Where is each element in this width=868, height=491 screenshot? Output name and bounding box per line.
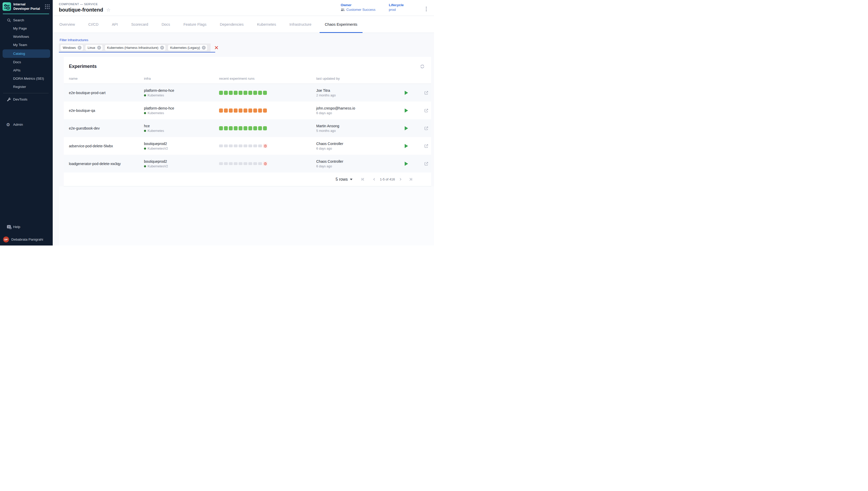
run-status-square bbox=[243, 144, 247, 147]
run-experiment-button[interactable] bbox=[405, 109, 408, 113]
lifecycle-block: Lifecycle prod bbox=[389, 3, 404, 16]
sidebar-bottom: ? Help DP Debabrata Panigrahi bbox=[0, 223, 53, 246]
filter-chip-kubernetes-legacy[interactable]: Kubernetes (Legacy) × bbox=[168, 45, 207, 51]
experiment-name: loadgenerator-pod-delete-xw3qy bbox=[69, 162, 144, 166]
run-status-square bbox=[219, 109, 223, 113]
sidebar-item-search[interactable]: Search bbox=[0, 16, 53, 24]
tab-api[interactable]: API bbox=[105, 16, 124, 33]
open-in-new-icon[interactable] bbox=[424, 90, 429, 95]
tab-dependencies[interactable]: Dependencies bbox=[213, 16, 251, 33]
tab-docs[interactable]: Docs bbox=[155, 16, 177, 33]
tab-chaos-experiments[interactable]: Chaos Experiments bbox=[318, 16, 364, 33]
sidebar-item-docs[interactable]: Docs bbox=[0, 58, 53, 66]
open-in-new-icon[interactable] bbox=[424, 144, 429, 148]
first-page-button[interactable] bbox=[361, 177, 365, 181]
pagination: 5 rows 1-5 of 416 bbox=[64, 173, 431, 186]
infra-status-dot bbox=[144, 148, 146, 150]
run-status-square bbox=[243, 109, 247, 113]
sidebar-item-label: APIs bbox=[13, 68, 21, 72]
sidebar-item-label: Workflows bbox=[13, 35, 29, 38]
sidebar-item-workflows[interactable]: Workflows bbox=[0, 33, 53, 41]
clear-filters-icon[interactable]: ✕ bbox=[214, 45, 219, 50]
chip-remove-icon[interactable]: × bbox=[160, 46, 164, 50]
table-header: name infra recent experiment runs last u… bbox=[64, 72, 431, 84]
sidebar-item-devtools[interactable]: DevTools bbox=[0, 95, 53, 104]
tab-scorecard[interactable]: Scorecard bbox=[124, 16, 155, 33]
run-status-square bbox=[249, 144, 252, 147]
lifecycle-label: Lifecycle bbox=[389, 3, 404, 7]
last-page-button[interactable] bbox=[409, 177, 413, 181]
infra-status-dot bbox=[144, 165, 146, 167]
run-status-square bbox=[239, 162, 242, 165]
run-status-square bbox=[234, 109, 237, 113]
run-status-square bbox=[258, 109, 262, 113]
chip-remove-icon[interactable]: × bbox=[97, 46, 101, 50]
wrench-icon bbox=[7, 97, 11, 102]
run-status-square bbox=[263, 109, 267, 113]
filter-row: Windows × Linux × Kubernetes (Harness In… bbox=[59, 44, 215, 53]
infra-type: Kubernetes bbox=[148, 111, 164, 115]
run-experiment-button[interactable] bbox=[405, 91, 408, 95]
sidebar-item-dora-metrics[interactable]: DORA Metrics (SEI) bbox=[0, 75, 53, 83]
run-experiment-button[interactable] bbox=[405, 144, 408, 148]
filter-chip-kubernetes-harness[interactable]: Kubernetes (Harness Infrastructure) × bbox=[105, 45, 166, 51]
updated-by: Joe Titra bbox=[316, 88, 404, 92]
column-header-infra: infra bbox=[144, 77, 219, 81]
filter-chip-linux[interactable]: Linux × bbox=[85, 45, 103, 51]
rows-per-page-value: 5 rows bbox=[336, 177, 348, 182]
infra-name: platform-demo-hce bbox=[144, 88, 219, 92]
tab-feature-flags[interactable]: Feature Flags bbox=[177, 16, 213, 33]
sidebar-item-label: My Page bbox=[13, 27, 27, 30]
run-experiment-button[interactable] bbox=[405, 162, 408, 166]
sidebar-item-admin[interactable]: ⚙ Admin bbox=[0, 121, 53, 129]
run-status-square bbox=[258, 91, 262, 95]
rows-per-page-select[interactable]: 5 rows bbox=[336, 177, 352, 182]
sidebar-item-catalog[interactable]: Catalog bbox=[3, 49, 50, 58]
sidebar-nav: Search My Page Workflows My Team Catalog… bbox=[0, 16, 53, 129]
sidebar-item-apis[interactable]: APIs bbox=[0, 66, 53, 75]
owner-link[interactable]: Customer Success bbox=[341, 8, 375, 11]
run-squares bbox=[219, 144, 316, 148]
table-row: e2e-guestbook-dev hce Kubernetes Martin … bbox=[64, 119, 431, 137]
open-in-new-icon[interactable] bbox=[424, 108, 429, 113]
tab-kubernetes[interactable]: Kubernetes bbox=[251, 16, 283, 33]
sidebar-item-my-page[interactable]: My Page bbox=[0, 24, 53, 33]
filter-chip-windows[interactable]: Windows × bbox=[60, 45, 83, 51]
app-title: Internal Developer Portal bbox=[13, 2, 42, 11]
sidebar-item-register[interactable]: Register bbox=[0, 83, 53, 91]
updated-when: 6 days ago bbox=[316, 111, 332, 115]
run-experiment-button[interactable] bbox=[405, 126, 408, 130]
run-squares bbox=[219, 91, 316, 95]
sidebar-item-my-team[interactable]: My Team bbox=[0, 41, 53, 49]
people-icon bbox=[341, 8, 345, 11]
experiment-name: e2e-boutique-qa bbox=[69, 109, 144, 113]
user-menu[interactable]: DP Debabrata Panigrahi bbox=[0, 234, 53, 242]
chip-remove-icon[interactable]: × bbox=[78, 46, 82, 50]
previous-page-button[interactable] bbox=[372, 177, 376, 181]
tab-cicd[interactable]: CI/CD bbox=[82, 16, 105, 33]
next-page-button[interactable] bbox=[399, 177, 402, 181]
chip-label: Kubernetes (Harness Infrastructure) bbox=[107, 46, 158, 50]
experiment-name: e2e-boutique-prod-cart bbox=[69, 91, 144, 95]
run-status-square bbox=[263, 126, 267, 130]
chip-remove-icon[interactable]: × bbox=[202, 46, 206, 50]
tab-overview[interactable]: Overview bbox=[53, 16, 82, 33]
run-status-square bbox=[224, 109, 228, 113]
infra-status-dot bbox=[144, 130, 146, 132]
run-status-square bbox=[229, 91, 233, 95]
more-menu-icon[interactable] bbox=[424, 5, 428, 13]
tab-infrastructure[interactable]: Infrastructure bbox=[283, 16, 318, 33]
run-status-square bbox=[243, 162, 247, 165]
run-status-square bbox=[263, 91, 267, 95]
sidebar-item-help[interactable]: ? Help bbox=[0, 223, 53, 231]
run-status-square bbox=[239, 109, 242, 113]
infrastructure-filter-input[interactable]: Windows × Linux × Kubernetes (Harness In… bbox=[59, 44, 210, 52]
table-row: e2e-boutique-prod-cart platform-demo-hce… bbox=[64, 84, 431, 102]
updated-by: Chaos Controller bbox=[316, 160, 404, 164]
favorite-star-icon[interactable]: ☆ bbox=[106, 7, 111, 12]
column-header-updated: last updated by bbox=[316, 77, 404, 81]
apps-grid-icon[interactable] bbox=[45, 4, 50, 9]
refresh-icon[interactable] bbox=[419, 64, 425, 69]
open-in-new-icon[interactable] bbox=[424, 126, 429, 131]
open-in-new-icon[interactable] bbox=[424, 162, 429, 166]
